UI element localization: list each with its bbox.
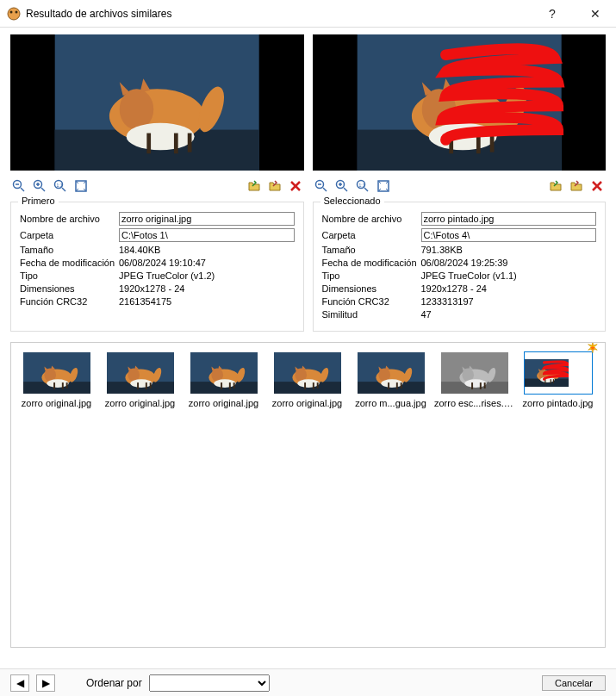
zoom-in-button[interactable] (31, 177, 48, 195)
delete-right-button[interactable] (588, 177, 606, 195)
folder-label-r: Carpeta (322, 230, 421, 240)
dims-label: Dimensiones (20, 283, 119, 294)
svg-rect-88 (388, 382, 389, 389)
size-value-r: 791.38KB (421, 245, 597, 255)
zoom-out-button[interactable] (10, 177, 28, 195)
filename-label: Nombre de archivo (20, 214, 119, 224)
svg-rect-10 (188, 134, 192, 152)
thumbnail-item[interactable]: zorro original.jpg (16, 348, 96, 408)
filename-label-r: Nombre de archivo (322, 214, 421, 224)
thumbnail-item[interactable]: zorro original.jpg (100, 348, 180, 408)
svg-rect-72 (233, 382, 234, 388)
size-label: Tamaño (20, 245, 119, 255)
type-value-r: JPEG TrueColor (v1.1) (421, 270, 597, 281)
svg-rect-53 (61, 382, 63, 389)
svg-rect-61 (137, 382, 139, 389)
zoom-out-button-right[interactable] (313, 177, 330, 195)
thumbnail-list[interactable]: zorro original.jpgzorro original.jpgzorr… (10, 342, 606, 648)
modified-label-r: Fecha de modificación (322, 258, 421, 268)
svg-point-6 (120, 89, 154, 129)
thumbnail-caption: zorro esc...rises.jpg (434, 398, 514, 408)
svg-rect-81 (316, 382, 318, 388)
crc-value: 2161354175 (119, 296, 295, 307)
thumbnail-image (273, 351, 342, 395)
open-folder-left-button[interactable] (246, 177, 263, 195)
thumbnail-image (190, 351, 258, 395)
crc-label: Función CRC32 (20, 296, 119, 307)
delete-left-button[interactable] (287, 177, 304, 195)
svg-line-29 (62, 188, 65, 191)
modified-value-r: 06/08/2024 19:25:39 (421, 258, 597, 268)
similarity-value: 47 (421, 309, 597, 320)
svg-point-2 (16, 10, 18, 13)
zoom-in-button-right[interactable] (333, 177, 351, 195)
thumbnail-item[interactable]: zorro esc...rises.jpg (434, 348, 514, 408)
open-folder-right-button[interactable] (547, 177, 564, 195)
svg-rect-54 (65, 382, 67, 388)
thumbnail-caption: zorro original.jpg (184, 398, 264, 408)
thumbnail-image (22, 351, 91, 395)
thumbnail-item[interactable]: zorro original.jpg (267, 348, 347, 408)
zoom-actual-button[interactable]: 1:1 (52, 177, 69, 195)
thumbnail-item[interactable]: zorro pintado.jpg (518, 348, 598, 408)
type-value: JPEG TrueColor (v1.2) (119, 270, 295, 281)
sort-select[interactable] (149, 674, 270, 692)
bottom-bar: ◀ ▶ Ordenar por Cancelar (0, 668, 616, 696)
modified-label: Fecha de modificación (20, 258, 119, 268)
window-title: Resultado de archivos similares (26, 8, 538, 20)
svg-rect-63 (149, 382, 151, 388)
help-button[interactable]: ? (538, 3, 566, 24)
size-value: 184.40KB (119, 245, 295, 255)
filename-input-right[interactable] (421, 212, 597, 226)
move-folder-right-button[interactable] (568, 177, 585, 195)
thumbnail-item[interactable]: zorro original.jpg (184, 348, 264, 408)
folder-label: Carpeta (20, 230, 119, 240)
svg-rect-79 (304, 382, 306, 389)
crc-value-r: 1233313197 (421, 296, 597, 307)
close-button[interactable]: ✕ (582, 3, 609, 24)
dims-value-r: 1920x1278 - 24 (421, 283, 597, 294)
svg-rect-8 (146, 134, 151, 154)
svg-rect-90 (400, 382, 401, 388)
cursor-starburst-icon (586, 342, 600, 357)
filename-input-left[interactable] (119, 212, 295, 226)
svg-rect-62 (145, 382, 146, 389)
dims-value: 1920x1278 - 24 (119, 283, 295, 294)
sort-label: Ordenar por (86, 677, 142, 689)
svg-point-87 (381, 379, 402, 388)
panel-legend-right: Seleccionado (320, 196, 384, 206)
svg-point-51 (47, 379, 68, 388)
thumbnail-caption: zorro m...gua.jpg (351, 398, 431, 408)
svg-line-22 (21, 188, 24, 191)
size-label-r: Tamaño (322, 245, 421, 255)
svg-rect-97 (471, 382, 473, 389)
preview-row (0, 28, 616, 177)
preview-right (313, 34, 607, 171)
move-folder-left-button[interactable] (266, 177, 283, 195)
toolbar-right: 1:1 (313, 177, 607, 195)
thumbnail-image (440, 351, 509, 395)
svg-point-69 (214, 379, 235, 388)
svg-point-7 (127, 123, 195, 151)
folder-input-left[interactable] (119, 228, 295, 242)
thumbnail-item[interactable]: zorro m...gua.jpg (351, 348, 431, 408)
dims-label-r: Dimensiones (322, 283, 421, 294)
modified-value: 06/08/2024 19:10:47 (119, 258, 295, 268)
titlebar: Resultado de archivos similares ? ✕ (0, 0, 616, 28)
zoom-actual-button-right[interactable]: 1:1 (354, 177, 371, 195)
next-button[interactable]: ▶ (36, 674, 55, 692)
zoom-fit-button[interactable] (72, 177, 90, 195)
zoom-fit-button-right[interactable] (375, 177, 392, 195)
svg-text:1:1: 1:1 (57, 183, 63, 188)
svg-line-42 (364, 188, 368, 191)
svg-rect-70 (221, 382, 222, 389)
cancel-button[interactable]: Cancelar (542, 675, 606, 691)
svg-rect-9 (174, 134, 178, 154)
svg-point-60 (130, 379, 152, 388)
svg-point-0 (8, 8, 20, 20)
thumbnail-image (106, 351, 175, 395)
thumbnail-image (524, 351, 593, 395)
folder-input-right[interactable] (421, 228, 597, 242)
prev-button[interactable]: ◀ (10, 674, 29, 692)
svg-rect-89 (395, 382, 397, 389)
